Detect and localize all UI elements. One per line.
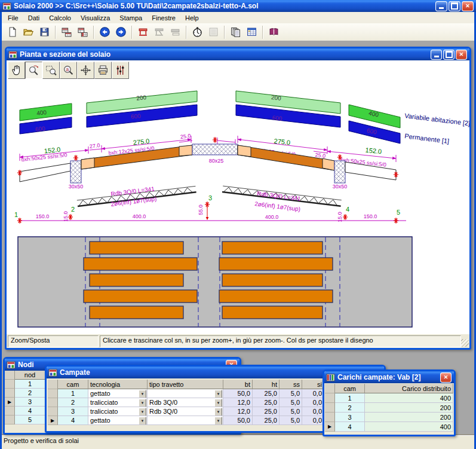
zoom-drag-tool-button[interactable] — [25, 62, 42, 79]
campate-cell-cam[interactable]: 2 — [58, 398, 88, 407]
beam-section-button[interactable] — [135, 24, 151, 40]
viewer-maximize-button[interactable] — [443, 50, 454, 60]
campate-cell-ss[interactable]: 5,0 — [280, 416, 302, 425]
row-selector[interactable] — [5, 416, 15, 424]
data-grid-nodes-button[interactable] — [59, 24, 75, 40]
row-selector[interactable] — [48, 389, 58, 398]
campate-cell-ht[interactable]: 25,0 — [253, 416, 280, 425]
campate-cell-cam[interactable]: 1 — [58, 389, 88, 398]
campate-cell-ss[interactable]: 5,0 — [280, 407, 302, 416]
nodi-cell[interactable]: 4 — [15, 407, 45, 416]
maximize-button[interactable] — [449, 1, 460, 11]
carichi-cell-carico[interactable]: 400 — [365, 422, 453, 432]
dropdown-arrow-icon[interactable]: ▼ — [214, 390, 222, 398]
open-folder-button[interactable] — [20, 24, 36, 40]
dropdown-arrow-icon[interactable]: ▼ — [139, 408, 146, 416]
dropdown-arrow-icon[interactable]: ▼ — [139, 417, 146, 425]
menu-finestre[interactable]: Finestre — [147, 13, 180, 23]
campate-cell-si[interactable]: 0,0 — [302, 407, 324, 416]
menu-stampa[interactable]: Stampa — [115, 13, 147, 23]
copy-pages-button[interactable] — [228, 24, 244, 40]
new-document-button[interactable] — [4, 24, 20, 40]
campate-cell-ht[interactable]: 25,0 — [253, 398, 280, 407]
campate-cell-cam[interactable]: 3 — [58, 407, 88, 416]
row-selector[interactable] — [48, 407, 58, 416]
menu-dati[interactable]: Dati — [23, 13, 45, 23]
row-selector-current[interactable]: ▶ — [325, 422, 335, 432]
save-button[interactable] — [36, 24, 53, 40]
carichi-titlebar[interactable]: Carichi campate: Vab [2] ✕ — [324, 371, 454, 383]
hand-tool-button[interactable] — [8, 62, 25, 79]
campate-cell-si[interactable]: 0,0 — [302, 416, 324, 425]
carichi-cell-carico[interactable]: 200 — [365, 413, 453, 422]
print-tool-button[interactable] — [94, 62, 112, 79]
report-table-button[interactable] — [244, 24, 260, 40]
nodi-cell[interactable]: 2 — [15, 389, 45, 398]
nodi-cell[interactable]: 1 — [15, 380, 45, 389]
back-button[interactable] — [97, 24, 113, 40]
campate-cell-tecnologia[interactable]: ▼gettato — [88, 389, 148, 398]
campate-cell-si[interactable]: 0,0 — [302, 398, 324, 407]
zoom-actual-tool-button[interactable]: a — [60, 62, 77, 79]
campate-cell-tipo[interactable]: ▼ — [148, 416, 223, 425]
campate-cell-bt[interactable]: 50,0 — [223, 416, 253, 425]
carichi-close-button[interactable]: ✕ — [440, 372, 452, 383]
carichi-cell-cam[interactable]: 4 — [335, 422, 365, 432]
carichi-cell-cam[interactable]: 2 — [335, 403, 365, 413]
campate-cell-tecnologia[interactable]: ▼tralicciato — [88, 407, 148, 416]
close-button[interactable]: ✕ — [462, 1, 474, 11]
row-selector-current[interactable]: ▶ — [5, 398, 15, 407]
row-selector[interactable] — [325, 413, 335, 422]
forward-button[interactable] — [113, 24, 129, 40]
dropdown-arrow-icon[interactable]: ▼ — [214, 399, 222, 407]
campate-cell-bt[interactable]: 50,0 — [223, 389, 253, 398]
campate-cell-tipo[interactable]: ▼Rdb 3Q/0 — [148, 407, 223, 416]
main-titlebar[interactable]: Solaio 2000 >> C:\Src++\Solaio 5.00 TU\D… — [0, 0, 476, 12]
drawing-canvas[interactable]: 400 200 200 400 600 600 600 600 Variabil… — [7, 80, 469, 334]
carichi-cell-cam[interactable]: 3 — [335, 413, 365, 422]
dropdown-arrow-icon[interactable]: ▼ — [139, 390, 146, 398]
campate-cell-ss[interactable]: 5,0 — [280, 389, 302, 398]
data-grid-spans-button[interactable] — [75, 24, 91, 40]
nodi-cell[interactable]: 5 — [15, 416, 45, 424]
nodi-cell[interactable]: 3 — [15, 398, 45, 407]
viewer-close-button[interactable]: ✕ — [456, 50, 467, 60]
campate-cell-cam[interactable]: 4 — [58, 416, 88, 425]
row-selector[interactable] — [5, 380, 15, 389]
campate-cell-ht[interactable]: 25,0 — [253, 389, 280, 398]
campate-cell-ss[interactable]: 5,0 — [280, 398, 302, 407]
carichi-cell-carico[interactable]: 200 — [365, 403, 453, 413]
row-selector[interactable] — [5, 407, 15, 416]
viewer-titlebar[interactable]: Pianta e sezione del solaio ✕ — [7, 48, 469, 60]
campate-cell-tecnologia[interactable]: ▼tralicciato — [88, 398, 148, 407]
campate-cell-si[interactable]: 0,0 — [302, 389, 324, 398]
carichi-cell-cam[interactable]: 1 — [335, 393, 365, 403]
row-selector[interactable] — [5, 389, 15, 398]
dropdown-arrow-icon[interactable]: ▼ — [139, 399, 146, 407]
campate-cell-ht[interactable]: 25,0 — [253, 407, 280, 416]
calc-stopwatch-button[interactable] — [189, 24, 205, 40]
campate-cell-bt[interactable]: 12,0 — [223, 398, 253, 407]
campate-cell-tipo[interactable]: ▼Rdb 3Q/0 — [148, 398, 223, 407]
center-tool-button[interactable] — [77, 62, 94, 79]
campate-cell-tipo[interactable]: ▼ — [148, 389, 223, 398]
dropdown-arrow-icon[interactable]: ▼ — [214, 417, 222, 425]
row-selector[interactable] — [325, 393, 335, 403]
params-tool-button[interactable] — [112, 62, 129, 79]
resize-grip[interactable] — [461, 339, 469, 347]
row-selector[interactable] — [48, 398, 58, 407]
row-selector[interactable] — [325, 403, 335, 413]
minimize-button[interactable] — [435, 1, 447, 11]
row-selector-current[interactable]: ▶ — [48, 416, 58, 425]
help-book-button[interactable] — [266, 24, 282, 40]
menu-file[interactable]: File — [3, 13, 23, 23]
campate-cell-bt[interactable]: 12,0 — [223, 407, 253, 416]
dropdown-arrow-icon[interactable]: ▼ — [214, 408, 222, 416]
menu-visualizza[interactable]: Visualizza — [76, 13, 115, 23]
menu-help[interactable]: Help — [180, 13, 204, 23]
menu-calcolo[interactable]: Calcolo — [44, 13, 76, 23]
campate-cell-tecnologia[interactable]: ▼gettato — [88, 416, 148, 425]
zoom-window-tool-button[interactable] — [42, 62, 60, 79]
viewer-minimize-button[interactable] — [431, 50, 442, 60]
carichi-cell-carico[interactable]: 400 — [365, 393, 453, 403]
